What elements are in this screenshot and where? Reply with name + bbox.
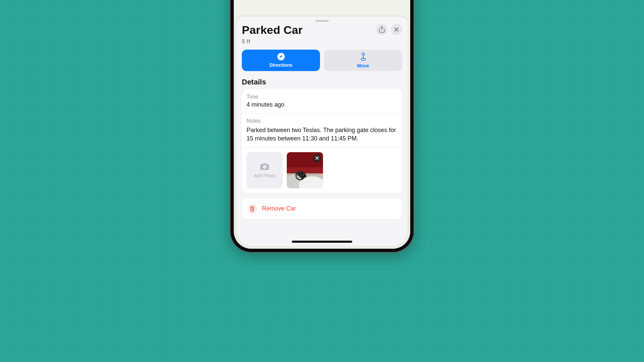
- sheet-title: Parked Car: [242, 24, 373, 36]
- stage: Parked Car 5 ft: [78, 0, 566, 274]
- close-button[interactable]: [391, 24, 402, 35]
- remove-car-button[interactable]: Remove Car: [242, 198, 402, 219]
- sheet-header: Parked Car 5 ft: [242, 24, 402, 45]
- move-label: Move: [357, 63, 369, 68]
- notes-value: Parked between two Teslas. The parking g…: [247, 126, 397, 142]
- parked-car-photo-thumbnail[interactable]: [287, 152, 323, 188]
- directions-button[interactable]: Directions: [242, 50, 320, 71]
- directions-label: Directions: [269, 62, 292, 68]
- notes-row[interactable]: Notes Parked between two Teslas. The par…: [242, 113, 402, 147]
- details-card: Time 4 minutes ago Notes Parked between …: [242, 89, 402, 193]
- time-row: Time 4 minutes ago: [242, 89, 402, 113]
- move-button[interactable]: Move: [324, 50, 402, 71]
- share-button[interactable]: [376, 24, 387, 35]
- add-photo-label: Add Photo: [254, 173, 275, 178]
- svg-point-2: [263, 165, 266, 169]
- delete-photo-button[interactable]: [313, 154, 321, 162]
- svg-point-1: [362, 53, 364, 55]
- time-value: 4 minutes ago: [247, 101, 397, 108]
- camera-icon: [260, 162, 270, 170]
- parked-car-sheet: Parked Car 5 ft: [236, 17, 408, 246]
- add-photo-button[interactable]: Add Photo: [247, 152, 283, 188]
- notes-label: Notes: [247, 118, 397, 124]
- time-label: Time: [247, 94, 397, 100]
- remove-car-label: Remove Car: [262, 205, 296, 212]
- directions-icon: [277, 53, 285, 60]
- title-block: Parked Car 5 ft: [242, 24, 373, 45]
- remove-car-card: Remove Car: [242, 198, 402, 219]
- photo-illustration: [296, 171, 305, 180]
- details-heading: Details: [242, 78, 402, 86]
- close-icon: [315, 156, 319, 160]
- photo-row: Add Photo: [242, 147, 402, 193]
- phone-frame: Parked Car 5 ft: [230, 0, 414, 253]
- trash-icon-pill: [247, 204, 257, 214]
- home-indicator[interactable]: [292, 241, 352, 243]
- distance-label: 5 ft: [242, 38, 373, 45]
- svg-point-0: [277, 53, 285, 60]
- move-pin-icon: [360, 52, 367, 61]
- close-icon: [394, 27, 399, 32]
- trash-icon: [250, 206, 255, 212]
- action-row: Directions Move: [242, 50, 402, 71]
- phone-screen: Parked Car 5 ft: [234, 0, 410, 249]
- share-icon: [379, 26, 385, 33]
- sheet-grabber[interactable]: [315, 20, 329, 22]
- sheet-content: Parked Car 5 ft: [236, 24, 408, 219]
